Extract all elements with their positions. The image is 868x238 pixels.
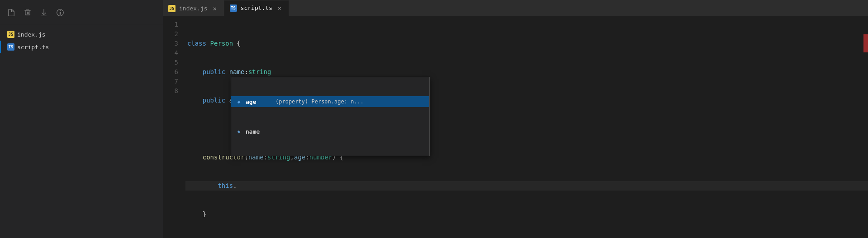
autocomplete-label-age: age bbox=[246, 97, 268, 107]
sidebar-actions bbox=[0, 0, 163, 25]
ts-file-icon: TS bbox=[7, 43, 14, 51]
line-num-7: 7 bbox=[163, 77, 178, 86]
delete-button[interactable] bbox=[24, 9, 32, 17]
line-num-4: 4 bbox=[163, 48, 178, 58]
line-num-1: 1 bbox=[163, 20, 178, 29]
code-line-1: class Person { bbox=[185, 39, 868, 48]
filename-indexjs: index.js bbox=[17, 31, 46, 38]
download-button[interactable] bbox=[40, 9, 48, 17]
code-line-7: } bbox=[185, 210, 868, 219]
code-line-2: public name:string bbox=[185, 67, 868, 77]
autocomplete-icon-name: ◈ bbox=[236, 128, 242, 135]
autocomplete-dropdown[interactable]: ◈ age (property) Person.age: n... ◈ name bbox=[231, 77, 430, 156]
info-button[interactable] bbox=[56, 9, 64, 17]
tab-indexjs[interactable]: JS index.js × bbox=[163, 0, 224, 16]
autocomplete-label-name: name bbox=[246, 127, 268, 136]
autocomplete-item-name[interactable]: ◈ name bbox=[231, 126, 429, 137]
sidebar-item-indexjs[interactable]: JS index.js bbox=[0, 28, 163, 41]
line-num-8: 8 bbox=[163, 86, 178, 96]
autocomplete-icon-age: ◈ bbox=[236, 98, 242, 105]
filename-scriptts: script.ts bbox=[17, 44, 49, 51]
sidebar-item-scriptts[interactable]: TS script.ts bbox=[0, 41, 163, 53]
autocomplete-item-age[interactable]: ◈ age (property) Person.age: n... bbox=[231, 96, 429, 107]
error-indicator bbox=[863, 34, 868, 52]
tab-js-icon: JS bbox=[168, 5, 175, 12]
new-file-button[interactable] bbox=[7, 9, 15, 17]
tab-scriptts-close[interactable]: × bbox=[276, 5, 283, 12]
line-num-6: 6 bbox=[163, 67, 178, 77]
line-num-5: 5 bbox=[163, 58, 178, 67]
code-line-6: this. bbox=[185, 181, 868, 191]
sidebar: JS index.js TS script.ts bbox=[0, 0, 163, 238]
tab-scriptts[interactable]: TS script.ts × bbox=[224, 0, 289, 16]
line-numbers: 1 2 3 4 5 6 7 8 bbox=[163, 20, 185, 234]
line-num-2: 2 bbox=[163, 29, 178, 39]
code-editor[interactable]: 1 2 3 4 5 6 7 8 class Person { public na… bbox=[163, 16, 868, 238]
tab-indexjs-label: index.js bbox=[179, 5, 208, 12]
tab-ts-icon: TS bbox=[230, 5, 237, 12]
tab-scriptts-label: script.ts bbox=[241, 5, 272, 11]
tab-bar: JS index.js × TS script.ts × bbox=[163, 0, 868, 16]
js-file-icon: JS bbox=[7, 31, 14, 38]
autocomplete-detail-age: (property) Person.age: n... bbox=[275, 97, 364, 107]
editor-area: JS index.js × TS script.ts × 1 2 3 4 5 6… bbox=[163, 0, 868, 238]
file-list: JS index.js TS script.ts bbox=[0, 25, 163, 238]
code-content[interactable]: class Person { public name:string public… bbox=[185, 20, 868, 234]
line-num-3: 3 bbox=[163, 39, 178, 48]
tab-indexjs-close[interactable]: × bbox=[211, 5, 218, 12]
